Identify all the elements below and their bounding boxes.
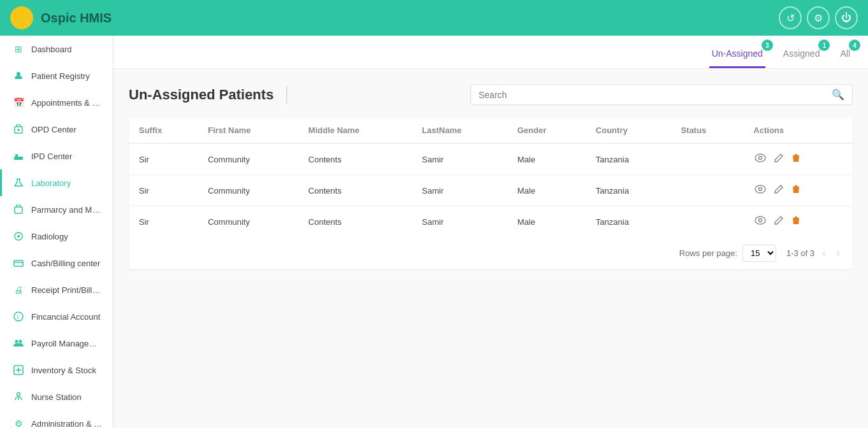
cell-country-0: Tanzania (586, 143, 671, 175)
svg-point-26 (759, 219, 762, 222)
search-box[interactable]: 🔍 (470, 84, 853, 105)
sidebar-label-appointments: Appointments & sch... (31, 98, 103, 108)
view-button-1[interactable] (753, 183, 767, 197)
sidebar-label-inventory: Inventory & Stock (31, 366, 96, 375)
cell-first-name-0: Community (198, 143, 298, 175)
svg-rect-4 (14, 157, 23, 160)
delete-button-0[interactable] (790, 152, 802, 167)
tab-assigned[interactable]: Assigned 1 (781, 43, 823, 68)
prev-page-button[interactable]: ‹ (820, 245, 828, 261)
col-country: Country (586, 118, 671, 143)
dashboard-icon: ⊞ (12, 43, 25, 55)
cell-last-name-0: Samir (412, 143, 507, 175)
table-row: Sir Community Contents Samir Male Tanzan… (129, 175, 853, 206)
rows-per-page: Rows per page: 15 25 50 (679, 245, 776, 262)
sidebar-item-financial[interactable]: i Fincancial Account (0, 303, 113, 330)
cell-country-1: Tanzania (586, 175, 671, 206)
svg-point-14 (15, 340, 18, 343)
appointments-icon: 📅 (12, 96, 25, 109)
edit-button-0[interactable] (772, 152, 785, 167)
sidebar-item-cash-billing[interactable]: Cash/Billing center (0, 250, 113, 276)
view-button-2[interactable] (753, 215, 767, 229)
history-button[interactable]: ↺ (779, 6, 802, 29)
sidebar-item-patient-registry[interactable]: Patient Registry (0, 62, 113, 89)
tab-unassigned-label: Un-Assigned (712, 48, 763, 59)
table-body: Sir Community Contents Samir Male Tanzan… (129, 143, 853, 237)
app-title: Ospic HMIS (41, 11, 779, 25)
cell-last-name-1: Samir (412, 175, 507, 206)
sidebar-item-inventory[interactable]: Inventory & Stock (0, 357, 113, 383)
tab-unassigned[interactable]: Un-Assigned 3 (709, 43, 765, 68)
sidebar-item-ipd[interactable]: IPD Center (0, 143, 113, 169)
page-info: 1-3 of 3 (786, 248, 814, 258)
cell-status-1 (670, 175, 743, 206)
sidebar-label-dashboard: Dashboard (31, 45, 72, 54)
sidebar-item-administration[interactable]: ⚙ Administration & Mo... (0, 410, 113, 428)
delete-button-2[interactable] (790, 214, 802, 229)
patient-registry-icon (12, 69, 25, 82)
nurse-station-icon (12, 390, 25, 403)
svg-rect-7 (15, 207, 22, 213)
tab-all-label: All (840, 48, 850, 59)
app-logo (10, 6, 33, 29)
cell-status-2 (670, 206, 743, 238)
cell-gender-0: Male (507, 143, 586, 175)
cell-country-2: Tanzania (586, 206, 671, 238)
svg-point-15 (19, 340, 22, 343)
svg-point-21 (755, 154, 765, 162)
search-input[interactable] (479, 90, 832, 100)
sidebar-item-pharmacy[interactable]: Parmarcy and Medici... (0, 196, 113, 223)
cell-suffix-1: Sir (129, 175, 198, 206)
page-body: Un-Assigned Patients 🔍 Suffix First Name… (113, 69, 868, 285)
sidebar-item-nurse-station[interactable]: Nurse Station (0, 383, 113, 410)
sidebar-item-receipt[interactable]: 🖨 Receipt Print/Bills/P... (0, 276, 113, 303)
svg-point-24 (759, 188, 762, 191)
sidebar-item-laboratory[interactable]: Laboratory (0, 169, 113, 196)
main-content: Un-Assigned 3 Assigned 1 All 4 Un-Assign… (113, 36, 868, 428)
sidebar-label-radiology: Radiology (31, 232, 68, 241)
pharmacy-icon (12, 203, 25, 216)
page-header: Un-Assigned Patients 🔍 (129, 84, 853, 105)
sidebar: ⊞ Dashboard Patient Registry 📅 Appointme… (0, 36, 113, 428)
patients-table: Suffix First Name Middle Name LastName G… (129, 118, 853, 237)
table-header: Suffix First Name Middle Name LastName G… (129, 118, 853, 143)
power-button[interactable]: ⏻ (835, 6, 858, 29)
rows-per-page-select[interactable]: 15 25 50 (742, 245, 776, 262)
tab-assigned-badge: 1 (818, 39, 830, 51)
cell-gender-1: Male (507, 175, 586, 206)
next-page-button[interactable]: › (834, 245, 843, 261)
header-actions: ↺ ⚙ ⏻ (779, 6, 858, 29)
settings-button[interactable]: ⚙ (807, 6, 830, 29)
payroll-icon (12, 337, 25, 350)
sidebar-item-dashboard[interactable]: ⊞ Dashboard (0, 36, 113, 62)
col-gender: Gender (507, 118, 586, 143)
administration-icon: ⚙ (12, 417, 25, 428)
sidebar-item-radiology[interactable]: Radiology (0, 223, 113, 250)
receipt-icon: 🖨 (12, 283, 25, 296)
sidebar-label-nurse-station: Nurse Station (31, 392, 82, 402)
col-suffix: Suffix (129, 118, 198, 143)
edit-button-2[interactable] (772, 214, 785, 229)
col-actions: Actions (743, 118, 853, 143)
sidebar-label-cash-billing: Cash/Billing center (31, 259, 100, 268)
cell-actions-1 (743, 175, 853, 206)
cell-actions-2 (743, 206, 853, 238)
sidebar-item-opd[interactable]: OPD Center (0, 116, 113, 143)
cell-actions-0 (743, 143, 853, 175)
svg-rect-10 (14, 260, 23, 266)
sidebar-label-patient-registry: Patient Registry (31, 71, 90, 81)
sidebar-label-opd: OPD Center (31, 125, 76, 134)
sidebar-item-appointments[interactable]: 📅 Appointments & sch... (0, 89, 113, 116)
main-layout: ⊞ Dashboard Patient Registry 📅 Appointme… (0, 36, 868, 428)
svg-point-23 (755, 185, 765, 193)
tab-all[interactable]: All 4 (837, 43, 853, 68)
edit-button-1[interactable] (772, 183, 785, 198)
sidebar-label-administration: Administration & Mo... (31, 419, 103, 429)
col-last-name: LastName (412, 118, 507, 143)
view-button-0[interactable] (753, 152, 767, 166)
delete-button-1[interactable] (790, 183, 802, 198)
sidebar-item-payroll[interactable]: Payroll Management (0, 330, 113, 357)
sidebar-label-laboratory: Laboratory (31, 178, 71, 188)
inventory-icon (12, 364, 25, 376)
search-icon: 🔍 (832, 89, 844, 101)
